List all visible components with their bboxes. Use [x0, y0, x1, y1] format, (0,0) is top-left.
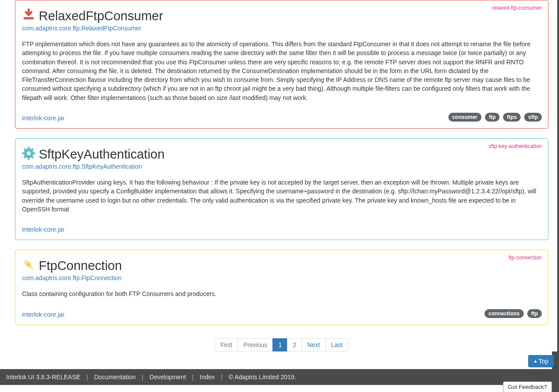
component-classname[interactable]: com.adaptris.core.ftp.SftpKeyAuthenticat… [22, 163, 541, 170]
page-next[interactable]: Next [302, 338, 326, 351]
plug-icon [22, 258, 35, 271]
footer-product: Interlok UI 3.8.3-RELEASE [6, 374, 80, 381]
component-slug[interactable]: sftp-key-authentication [488, 143, 542, 149]
page-last[interactable]: Last [325, 338, 348, 351]
tag-group: connections ftp [483, 309, 542, 318]
page-previous: Previous [238, 338, 273, 351]
svg-rect-0 [24, 17, 34, 19]
footer-copyright: © Adaptris Limited 2019. [229, 374, 296, 381]
tag[interactable]: ftps [503, 113, 521, 122]
gear-icon [22, 147, 35, 160]
svg-rect-3 [28, 147, 30, 149]
jar-link[interactable]: interlok-core.jar [22, 311, 64, 318]
svg-rect-6 [33, 152, 35, 154]
jar-link[interactable]: interlok-core.jar [22, 226, 64, 233]
component-description: Class containing configuration for both … [22, 289, 541, 298]
footer-development-link[interactable]: Development [149, 374, 186, 381]
component-card: sftp-key-authentication SftpKeyAuthentic… [15, 138, 548, 240]
pagination: First Previous 1 2 Next Last [15, 338, 548, 351]
component-title: RelaxedFtpConsumer [39, 9, 163, 23]
svg-rect-4 [28, 157, 30, 160]
component-description: SftpAuthenticationProvider using keys. I… [22, 178, 541, 214]
tag[interactable]: ftp [485, 113, 499, 122]
page-first: First [215, 338, 238, 351]
feedback-button[interactable]: Got Feedback? [503, 381, 552, 385]
footer-index-link[interactable]: Index [200, 374, 215, 381]
tag-group: consumer ftp ftps sftp [447, 113, 542, 122]
tag[interactable]: sftp [524, 113, 542, 122]
page-1[interactable]: 1 [272, 338, 287, 351]
component-slug[interactable]: ftp-connection [509, 255, 542, 261]
component-slug[interactable]: relaxed-ftp-consumer [492, 5, 542, 11]
component-description: FTP implementation which does not have a… [22, 40, 541, 102]
footer: Interlok UI 3.8.3-RELEASE | Documentatio… [0, 369, 559, 385]
component-title: FtpConnection [39, 259, 122, 273]
component-classname[interactable]: com.adaptris.core.ftp.RelaxedFtpConsumer [22, 25, 541, 32]
component-classname[interactable]: com.adaptris.core.ftp.FtpConnection [22, 274, 541, 281]
svg-rect-14 [30, 266, 34, 270]
component-card: relaxed-ftp-consumer RelaxedFtpConsumer … [15, 0, 548, 129]
back-to-top-button[interactable]: Top [528, 355, 554, 367]
svg-point-2 [27, 152, 31, 155]
page-2[interactable]: 2 [287, 338, 302, 351]
tag[interactable]: ftp [527, 309, 542, 318]
svg-rect-5 [22, 152, 25, 154]
footer-documentation-link[interactable]: Documentation [94, 374, 136, 381]
jar-link[interactable]: interlok-core.jar [22, 115, 64, 122]
component-title: SftpKeyAuthentication [39, 147, 164, 162]
tag[interactable]: connections [484, 309, 524, 318]
tag[interactable]: consumer [448, 113, 481, 122]
download-icon [22, 8, 35, 22]
component-card: ftp-connection FtpConnection com.adaptri… [15, 250, 548, 325]
